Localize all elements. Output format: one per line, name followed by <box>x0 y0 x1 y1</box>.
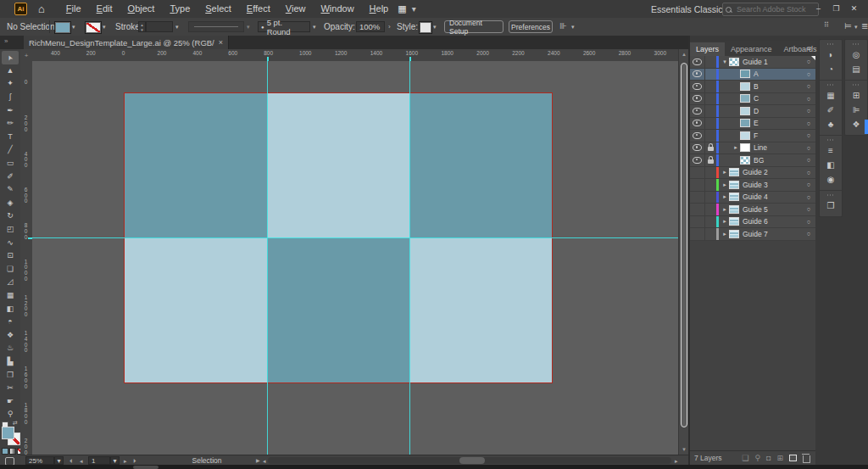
column-graph-tool[interactable]: ▙ <box>0 355 20 369</box>
first-artboard-icon[interactable]: ⏴ <box>70 457 73 465</box>
layer-row-line[interactable]: ▸Line○ <box>690 142 815 155</box>
lock-cell[interactable] <box>705 167 716 179</box>
layer-name[interactable]: Guide 1 <box>743 58 768 66</box>
visibility-cell[interactable] <box>690 167 705 179</box>
restore-button[interactable]: ❐ <box>827 4 845 13</box>
perspective-grid-tool[interactable]: ◿ <box>0 276 20 289</box>
hand-tool[interactable]: ☛ <box>0 394 20 408</box>
target-icon[interactable]: ○ <box>802 205 815 213</box>
type-tool[interactable]: T <box>0 131 20 144</box>
visibility-cell[interactable] <box>690 130 705 142</box>
gradient-tool[interactable]: ◧ <box>0 302 20 315</box>
width-tool[interactable]: ∿ <box>0 236 20 249</box>
target-icon[interactable]: ○ <box>802 230 815 237</box>
vertical-scroll-thumb[interactable] <box>681 63 687 427</box>
home-icon[interactable]: ⌂ <box>38 3 45 14</box>
layer-content[interactable]: E <box>719 118 802 130</box>
direct-selection-tool[interactable]: ▲ <box>0 64 20 78</box>
layer-name[interactable]: Guide 2 <box>743 168 768 176</box>
target-icon[interactable]: ○ <box>802 218 815 226</box>
menu-view[interactable]: View <box>278 0 314 18</box>
delete-button[interactable] <box>803 455 810 463</box>
layer-content[interactable]: ▸Guide 4 <box>719 192 802 204</box>
lock-cell[interactable] <box>705 204 716 215</box>
style-swatch[interactable] <box>419 21 432 34</box>
selection-tool[interactable]: ➤ <box>2 51 19 64</box>
lock-cell[interactable] <box>705 81 716 92</box>
menu-edit[interactable]: Edit <box>89 0 120 18</box>
brush-chevron-icon[interactable]: ▾ <box>313 24 316 31</box>
menu-help[interactable]: Help <box>362 0 397 18</box>
artboard-chevron-icon[interactable]: ▾ <box>110 456 120 465</box>
layer-name[interactable]: C <box>754 94 759 103</box>
opacity-flyout-icon[interactable]: › <box>388 23 391 31</box>
chevron-right-icon[interactable]: ▸ <box>721 218 729 225</box>
lock-cell[interactable] <box>705 228 716 240</box>
lock-cell[interactable] <box>705 105 716 117</box>
scroll-right-icon[interactable]: ▸ <box>675 457 678 465</box>
tab-artboards[interactable]: Artboards <box>778 42 823 56</box>
next-artboard-icon[interactable]: ▸ <box>124 457 127 465</box>
layer-row-c[interactable]: C○ <box>690 93 815 106</box>
layer-name[interactable]: Guide 5 <box>743 205 768 214</box>
layer-content[interactable]: A <box>719 69 802 81</box>
visibility-cell[interactable] <box>690 228 705 240</box>
visibility-cell[interactable] <box>690 179 705 191</box>
visibility-cell[interactable] <box>690 142 705 154</box>
stroke-weight-chevron-icon[interactable]: ▾ <box>175 24 179 31</box>
lock-cell[interactable] <box>705 56 716 68</box>
minimize-button[interactable]: – <box>810 4 827 13</box>
lock-cell[interactable] <box>705 192 716 204</box>
layer-row-b[interactable]: B○ <box>690 81 815 93</box>
target-icon[interactable]: ○ <box>802 95 815 103</box>
layer-content[interactable]: BG <box>719 154 802 166</box>
layer-row-guide-1[interactable]: ▾Guide 1○ <box>690 56 815 69</box>
layer-name[interactable]: Guide 7 <box>743 230 768 238</box>
ruler-vertical[interactable]: 0200400600800100012001400160018002000 <box>20 61 33 455</box>
horizontal-scroll-thumb[interactable] <box>459 457 485 464</box>
layer-content[interactable]: D <box>719 105 802 117</box>
layer-row-guide-4[interactable]: ▸Guide 4○ <box>690 192 815 204</box>
target-icon[interactable]: ○ <box>802 82 815 90</box>
layer-name[interactable]: Guide 3 <box>743 181 768 189</box>
search-input[interactable] <box>735 4 815 14</box>
visibility-cell[interactable] <box>690 216 705 228</box>
zoom-chevron-icon[interactable]: ▾ <box>54 456 64 465</box>
transform-panel-button[interactable]: ⊞ <box>845 88 867 103</box>
lock-cell[interactable] <box>705 154 716 166</box>
stroke-chevron-icon[interactable]: ▾ <box>103 24 106 31</box>
document-setup-button[interactable]: Document Setup <box>444 20 504 33</box>
visibility-cell[interactable] <box>690 118 705 130</box>
variable-width-profile-dropdown[interactable] <box>188 21 244 32</box>
stroke-weight-value[interactable] <box>146 21 173 32</box>
color-panel-button[interactable]: ◗ <box>820 47 842 62</box>
layer-row-guide-7[interactable]: ▸Guide 7○ <box>690 228 815 241</box>
eraser-tool[interactable]: ◈ <box>0 197 20 210</box>
paintbrush-tool[interactable]: ✐ <box>0 170 20 183</box>
visibility-cell[interactable] <box>690 105 705 117</box>
previous-artboard-icon[interactable]: ◂ <box>80 457 83 465</box>
tab-layers[interactable]: Layers <box>690 42 725 56</box>
properties-panel-button[interactable]: ◎ <box>845 47 867 62</box>
gradient-mode-button[interactable] <box>9 448 16 455</box>
visibility-cell[interactable] <box>690 81 705 92</box>
stroke-panel-button[interactable]: ≡ <box>820 143 842 158</box>
workspace-switcher-chevron-icon[interactable]: ▾ <box>412 4 416 14</box>
lock-cell[interactable] <box>705 118 716 130</box>
scale-tool[interactable]: ◰ <box>0 223 20 237</box>
lock-cell[interactable] <box>705 130 716 142</box>
layer-name[interactable]: Guide 6 <box>743 217 768 226</box>
layer-content[interactable]: F <box>719 130 802 142</box>
scroll-left-icon[interactable]: ◂ <box>263 457 266 465</box>
visibility-cell[interactable] <box>690 204 705 215</box>
rectangle-tool[interactable]: ▭ <box>0 157 20 170</box>
visibility-cell[interactable] <box>690 154 705 166</box>
swatches-panel-button[interactable]: ▦ <box>820 88 842 103</box>
locate-object-button[interactable]: ⚲ <box>754 455 760 462</box>
magic-wand-tool[interactable]: ✦ <box>0 77 20 91</box>
layer-row-e[interactable]: E○ <box>690 118 815 131</box>
make-clipping-mask-button[interactable]: ◘ <box>766 455 771 462</box>
blend-tool[interactable]: ❖ <box>0 328 20 342</box>
slice-tool[interactable]: ✂ <box>0 382 20 395</box>
illustrator-logo-icon[interactable]: Ai <box>14 3 27 15</box>
